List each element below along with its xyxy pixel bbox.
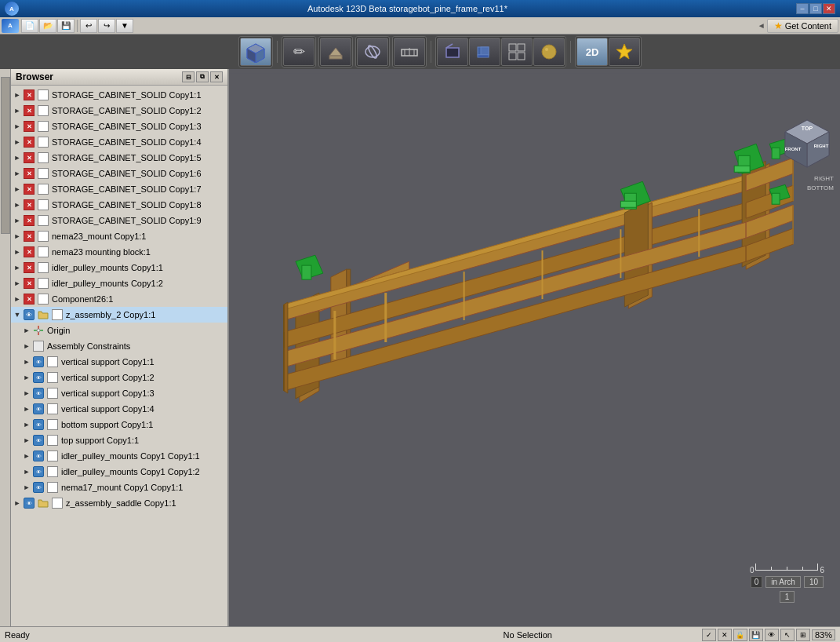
svg-rect-58 [772, 148, 780, 159]
3d-viewport[interactable]: TOP RIGHT FRONT RIGHT BOTTOM 0 6 [229, 69, 840, 626]
redo-button[interactable]: ↪ [98, 19, 115, 33]
browser-close-button[interactable]: ✕ [210, 71, 223, 82]
tree-item-z-saddle[interactable]: ► 👁 z_assembly_saddle Copy1:1 [11, 495, 227, 511]
app-menu-icon[interactable]: A [2, 19, 19, 33]
measure-button[interactable] [394, 38, 425, 66]
scale-increment-button[interactable]: 10 [804, 576, 824, 588]
tree-toggle-vs4[interactable]: ► [22, 404, 31, 414]
tree-toggle-vs1[interactable]: ► [22, 357, 31, 367]
svg-point-26 [37, 329, 40, 332]
new-button[interactable]: 📄 [21, 19, 38, 33]
tree-item-storage3[interactable]: ► ✕ STORAGE_CABINET_SOLID Copy1:3 [11, 119, 227, 134]
tree-item-storage5[interactable]: ► ✕ STORAGE_CABINET_SOLID Copy1:5 [11, 150, 227, 166]
tree-item-vs3[interactable]: ► 👁 vertical support Copy1:3 [11, 385, 227, 401]
tree-toggle-15[interactable]: ▼ [13, 310, 22, 319]
browser-content[interactable]: ► ✕ STORAGE_CABINET_SOLID Copy1:1 ► ✕ ST… [11, 86, 227, 626]
status-view-button[interactable]: 👁 [765, 629, 779, 641]
tree-toggle-8[interactable]: ► [13, 200, 22, 210]
minimize-button[interactable]: – [796, 3, 809, 14]
tree-item-ipm-c1[interactable]: ► 👁 idler_pulley_mounts Copy1 Copy1:1 [11, 448, 227, 464]
browser-tile-button[interactable]: ⧉ [196, 71, 209, 82]
tree-toggle-12[interactable]: ► [13, 263, 22, 272]
dropdown-button[interactable]: ▼ [116, 19, 133, 33]
tree-toggle-saddle[interactable]: ► [13, 498, 22, 508]
shaded-button[interactable] [469, 38, 500, 66]
tree-toggle-1[interactable]: ► [13, 90, 22, 100]
tree-toggle-2[interactable]: ► [13, 106, 22, 115]
browser-panel: Browser ⊟ ⧉ ✕ ► ✕ STORAGE_CABINET_SOLID … [11, 69, 229, 626]
unit-selector[interactable]: in Arch [765, 576, 801, 588]
tree-toggle-ipm1[interactable]: ► [22, 451, 31, 461]
tree-toggle-4[interactable]: ► [13, 137, 22, 147]
wireframe-button[interactable] [437, 38, 468, 66]
status-multi-button[interactable]: ⊞ [796, 629, 810, 641]
scroll-thumb[interactable] [1, 77, 10, 234]
tree-toggle-14[interactable]: ► [13, 294, 22, 304]
status-x-button[interactable]: ✕ [718, 629, 732, 641]
tree-toggle-bs1[interactable]: ► [22, 420, 31, 429]
tree-toggle-vs2[interactable]: ► [22, 373, 31, 382]
tree-label-vs4: vertical support Copy1:4 [61, 404, 155, 414]
status-cursor-button[interactable]: ↖ [780, 629, 795, 641]
tree-item-storage7[interactable]: ► ✕ STORAGE_CABINET_SOLID Copy1:7 [11, 181, 227, 197]
close-button[interactable]: ✕ [823, 3, 835, 14]
tree-item-vs4[interactable]: ► 👁 vertical support Copy1:4 [11, 401, 227, 417]
tree-toggle-5[interactable]: ► [13, 153, 22, 162]
special-button[interactable] [609, 38, 640, 66]
tree-item-storage2[interactable]: ► ✕ STORAGE_CABINET_SOLID Copy1:2 [11, 103, 227, 119]
scale-input[interactable]: 1 [780, 591, 795, 603]
tree-item-storage6[interactable]: ► ✕ STORAGE_CABINET_SOLID Copy1:6 [11, 166, 227, 181]
tree-toggle-6[interactable]: ► [13, 169, 22, 178]
modify-toolbar-group [355, 36, 390, 67]
tree-item-bs1[interactable]: ► 👁 bottom support Copy1:1 [11, 417, 227, 432]
tree-item-storage1[interactable]: ► ✕ STORAGE_CABINET_SOLID Copy1:1 [11, 87, 227, 103]
tree-item-origin[interactable]: ► Origin [11, 323, 227, 338]
tree-item-nema17[interactable]: ► 👁 nema17_mount Copy1 Copy1:1 [11, 480, 227, 495]
tree-toggle-13[interactable]: ► [13, 279, 22, 288]
tree-item-nema23mount[interactable]: ► ✕ nema23_mount Copy1:1 [11, 228, 227, 244]
maximize-button[interactable]: □ [809, 3, 822, 14]
undo-button[interactable]: ↩ [80, 19, 97, 33]
tree-toggle-nema17[interactable]: ► [22, 483, 31, 492]
3d-view-button[interactable] [240, 38, 271, 66]
tree-item-z-assembly2[interactable]: ▼ 👁 z_assembly_2 Copy1:1 [11, 307, 227, 323]
multi-view-button[interactable] [501, 38, 533, 66]
view-cube[interactable]: TOP RIGHT FRONT RIGHT BOTTOM [780, 116, 834, 170]
tree-item-nema23block[interactable]: ► ✕ nema23 mounting block:1 [11, 244, 227, 260]
tree-item-ipm-c2[interactable]: ► 👁 idler_pulley_mounts Copy1 Copy1:2 [11, 464, 227, 480]
tree-toggle-ts1[interactable]: ► [22, 436, 31, 445]
tree-item-ts1[interactable]: ► 👁 top support Copy1:1 [11, 432, 227, 448]
tree-toggle-3[interactable]: ► [13, 122, 22, 131]
tree-toggle-ipm2[interactable]: ► [22, 467, 31, 476]
tree-toggle-15a[interactable]: ► [22, 326, 31, 335]
browser-collapse-button[interactable]: ⊟ [182, 71, 195, 82]
status-lock-button[interactable]: 🔒 [733, 629, 747, 641]
tree-toggle-7[interactable]: ► [13, 184, 22, 194]
get-content-button[interactable]: ★ Get Content [767, 19, 838, 33]
sketch-button[interactable]: ✏ [283, 38, 315, 66]
2d-button[interactable]: 2D [576, 38, 608, 66]
tree-toggle-10[interactable]: ► [13, 232, 22, 241]
tree-toggle-vs3[interactable]: ► [22, 388, 31, 398]
tree-toggle-9[interactable]: ► [13, 216, 22, 225]
save-button[interactable]: 💾 [57, 19, 75, 33]
tree-item-vs1[interactable]: ► 👁 vertical support Copy1:1 [11, 354, 227, 370]
tree-item-assembly-constraints[interactable]: ► Assembly Constraints [11, 338, 227, 354]
solid-button[interactable] [320, 38, 351, 66]
tree-item-storage4[interactable]: ► ✕ STORAGE_CABINET_SOLID Copy1:4 [11, 134, 227, 150]
open-button[interactable]: 📂 [39, 19, 56, 33]
nav-arrow-back[interactable]: ◄ [758, 21, 765, 30]
tree-item-idler2[interactable]: ► ✕ idler_pulley_mounts Copy1:2 [11, 275, 227, 291]
modify-button[interactable] [357, 38, 388, 66]
tree-item-component26[interactable]: ► ✕ Component26:1 [11, 291, 227, 307]
status-check-button[interactable]: ✓ [702, 629, 716, 641]
tree-item-storage9[interactable]: ► ✕ STORAGE_CABINET_SOLID Copy1:9 [11, 213, 227, 228]
tree-item-vs2[interactable]: ► 👁 vertical support Copy1:2 [11, 370, 227, 385]
tree-item-idler1[interactable]: ► ✕ idler_pulley_mounts Copy1:1 [11, 260, 227, 275]
tree-toggle-15b[interactable]: ► [22, 341, 31, 351]
tree-item-storage8[interactable]: ► ✕ STORAGE_CABINET_SOLID Copy1:8 [11, 197, 227, 213]
scale-numbers: 0 6 [750, 566, 824, 575]
status-save-button[interactable]: 💾 [749, 629, 763, 641]
tree-toggle-11[interactable]: ► [13, 247, 22, 257]
material-button[interactable] [533, 38, 565, 66]
